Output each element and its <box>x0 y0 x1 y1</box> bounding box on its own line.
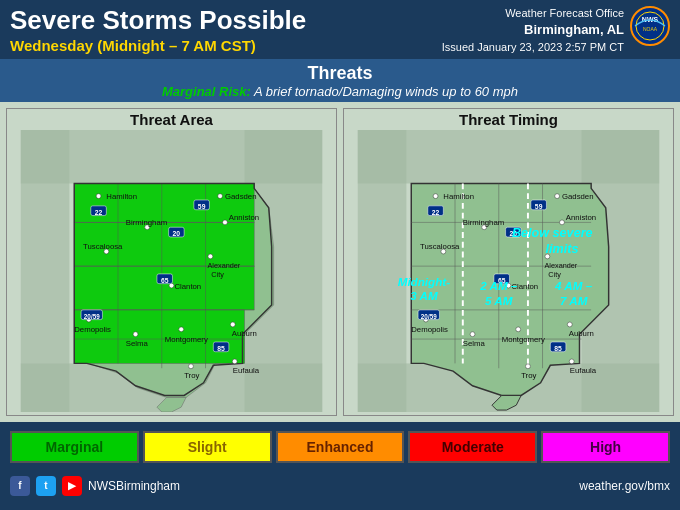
footer-social: f t ▶ NWSBirmingham <box>10 476 180 496</box>
svg-point-48 <box>232 359 237 364</box>
svg-text:59: 59 <box>535 203 543 210</box>
svg-point-78 <box>433 194 438 199</box>
svg-text:Montgomery: Montgomery <box>502 335 545 344</box>
svg-text:Auburn: Auburn <box>232 329 257 338</box>
svg-text:Gadsden: Gadsden <box>225 192 257 201</box>
svg-text:Hamilton: Hamilton <box>106 192 137 201</box>
svg-point-40 <box>133 332 138 337</box>
social-handle: NWSBirmingham <box>88 479 180 493</box>
main-container: Severe Storms Possible Wednesday (Midnig… <box>0 0 680 510</box>
threat-timing-map: Threat Timing <box>343 108 674 416</box>
svg-text:22: 22 <box>95 209 103 216</box>
footer-url: weather.gov/bmx <box>579 479 670 493</box>
svg-text:Selma: Selma <box>126 339 149 348</box>
svg-point-80 <box>555 194 560 199</box>
left-map-title: Threat Area <box>7 109 336 130</box>
svg-text:Hamilton: Hamilton <box>443 192 474 201</box>
threats-section: Threats Marginal Risk: A brief tornado/D… <box>0 59 680 102</box>
svg-text:Clanton: Clanton <box>174 281 201 290</box>
svg-point-42 <box>179 327 184 332</box>
legend-enhanced: Enhanced <box>276 431 405 463</box>
svg-text:Tuscaloosa: Tuscaloosa <box>83 242 123 251</box>
page-title: Severe Storms Possible <box>10 6 442 35</box>
legend-moderate: Moderate <box>408 431 537 463</box>
office-line1: Weather Forecast Office <box>442 6 624 21</box>
risk-label: Marginal Risk: <box>162 84 251 99</box>
legend-slight-label: Slight <box>188 439 227 455</box>
svg-text:Eufaula: Eufaula <box>570 366 597 375</box>
svg-text:Demopolis: Demopolis <box>411 325 448 334</box>
svg-text:Demopolis: Demopolis <box>74 325 111 334</box>
svg-point-95 <box>470 332 475 337</box>
svg-text:20/59: 20/59 <box>421 313 437 320</box>
svg-text:85: 85 <box>554 345 562 352</box>
legend-high: High <box>541 431 670 463</box>
svg-text:4 AM –: 4 AM – <box>554 279 593 292</box>
header-right: Weather Forecast Office Birmingham, AL I… <box>442 6 670 55</box>
right-map-title: Threat Timing <box>344 109 673 130</box>
office-info: Weather Forecast Office Birmingham, AL I… <box>442 6 624 55</box>
svg-text:City: City <box>548 270 561 279</box>
svg-point-23 <box>96 194 101 199</box>
svg-text:65: 65 <box>161 277 169 284</box>
svg-text:City: City <box>211 270 224 279</box>
risk-description: A brief tornado/Damaging winds up to 60 … <box>254 84 518 99</box>
svg-text:Auburn: Auburn <box>569 329 594 338</box>
legend-marginal: Marginal <box>10 431 139 463</box>
header: Severe Storms Possible Wednesday (Midnig… <box>0 0 680 59</box>
youtube-icon[interactable]: ▶ <box>62 476 82 496</box>
svg-point-97 <box>516 327 521 332</box>
svg-text:Troy: Troy <box>184 371 199 380</box>
legend-marginal-label: Marginal <box>46 439 104 455</box>
legend-slight: Slight <box>143 431 272 463</box>
header-subtitle: Wednesday (Midnight – 7 AM CST) <box>10 37 442 54</box>
svg-rect-11 <box>74 183 254 222</box>
svg-point-46 <box>189 364 194 369</box>
svg-text:Gadsden: Gadsden <box>562 192 594 201</box>
svg-point-99 <box>567 322 572 327</box>
svg-rect-13 <box>74 266 254 310</box>
svg-text:NOAA: NOAA <box>643 26 658 32</box>
svg-text:Anniston: Anniston <box>229 213 259 222</box>
left-map-svg: Hamilton Gadsden Birmingham Anniston Tus… <box>7 130 336 412</box>
left-map-area: Hamilton Gadsden Birmingham Anniston Tus… <box>7 130 336 412</box>
threats-subtitle: Marginal Risk: A brief tornado/Damaging … <box>10 84 670 99</box>
svg-text:Birmingham: Birmingham <box>463 218 504 227</box>
legend-section: Marginal Slight Enhanced Moderate High <box>0 422 680 472</box>
threat-area-map: Threat Area <box>6 108 337 416</box>
twitter-icon[interactable]: t <box>36 476 56 496</box>
office-location: Birmingham, AL <box>442 21 624 39</box>
svg-text:3 AM: 3 AM <box>410 289 438 302</box>
svg-point-25 <box>218 194 223 199</box>
facebook-icon[interactable]: f <box>10 476 30 496</box>
header-left: Severe Storms Possible Wednesday (Midnig… <box>10 6 442 54</box>
svg-text:2 AM –: 2 AM – <box>479 279 518 292</box>
svg-text:5 AM: 5 AM <box>485 294 513 307</box>
svg-text:Eufaula: Eufaula <box>233 366 260 375</box>
svg-text:22: 22 <box>432 209 440 216</box>
svg-text:Anniston: Anniston <box>566 213 596 222</box>
footer: f t ▶ NWSBirmingham weather.gov/bmx <box>0 472 680 500</box>
maps-section: Threat Area <box>0 102 680 422</box>
svg-point-44 <box>230 322 235 327</box>
legend-high-label: High <box>590 439 621 455</box>
svg-text:Selma: Selma <box>463 339 486 348</box>
nws-logo-icon: NWS NOAA <box>630 6 670 46</box>
svg-text:Montgomery: Montgomery <box>165 335 208 344</box>
svg-point-33 <box>208 254 213 259</box>
svg-text:20: 20 <box>173 230 181 237</box>
svg-text:7 AM: 7 AM <box>560 294 588 307</box>
svg-text:Tuscaloosa: Tuscaloosa <box>420 242 460 251</box>
svg-text:Midnight-: Midnight- <box>398 275 451 288</box>
svg-text:85: 85 <box>217 345 225 352</box>
issued-time: Issued January 23, 2023 2:57 PM CT <box>442 40 624 55</box>
svg-point-103 <box>569 359 574 364</box>
threats-title: Threats <box>10 63 670 84</box>
right-map-area: Hamilton Gadsden Birmingham Anniston Tus… <box>344 130 673 412</box>
svg-point-101 <box>526 364 531 369</box>
svg-text:Alexander: Alexander <box>544 261 577 270</box>
svg-text:limits: limits <box>545 241 578 255</box>
right-map-svg: Hamilton Gadsden Birmingham Anniston Tus… <box>344 130 673 412</box>
svg-text:59: 59 <box>198 203 206 210</box>
svg-text:Below severe: Below severe <box>512 226 593 240</box>
